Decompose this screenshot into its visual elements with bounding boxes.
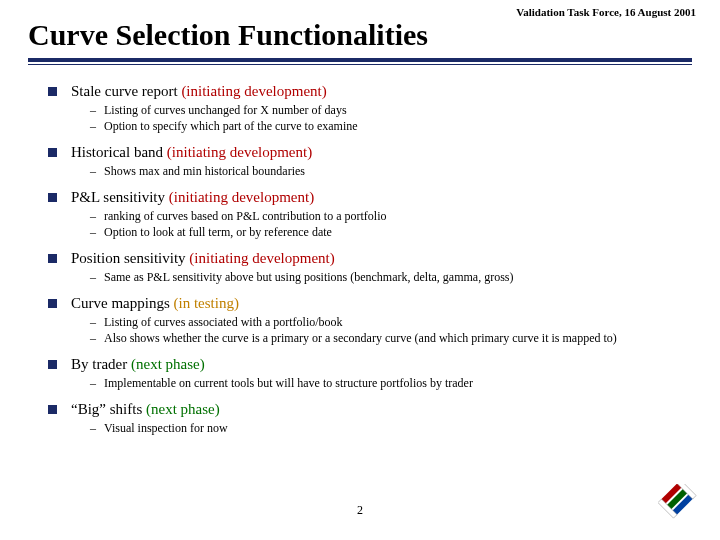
dash-icon: – — [90, 331, 104, 346]
bullet-row: Stale curve report (initiating developme… — [48, 83, 688, 100]
item-status: (initiating development) — [189, 250, 334, 266]
item-status: (initiating development) — [169, 189, 314, 205]
dash-icon: – — [90, 119, 104, 134]
sub-list: –Implementable on current tools but will… — [90, 376, 688, 391]
bullet-row: Position sensitivity (initiating develop… — [48, 250, 688, 267]
sub-list: –Listing of curves associated with a por… — [90, 315, 688, 346]
dash-icon: – — [90, 376, 104, 391]
bullet-row: P&L sensitivity (initiating development) — [48, 189, 688, 206]
dash-icon: – — [90, 164, 104, 179]
dash-icon: – — [90, 103, 104, 118]
dash-icon: – — [90, 225, 104, 240]
item-label: Stale curve report — [71, 83, 181, 99]
bullet-row: “Big” shifts (next phase) — [48, 401, 688, 418]
sub-item: –Listing of curves unchanged for X numbe… — [90, 103, 688, 118]
dash-icon: – — [90, 421, 104, 436]
item-text: “Big” shifts (next phase) — [71, 401, 220, 418]
item-text: Position sensitivity (initiating develop… — [71, 250, 335, 267]
list-item: Historical band (initiating development)… — [48, 144, 688, 179]
list-item: By trader (next phase)–Implementable on … — [48, 356, 688, 391]
item-label: “Big” shifts — [71, 401, 146, 417]
item-label: Position sensitivity — [71, 250, 189, 266]
content-area: Stale curve report (initiating developme… — [28, 83, 692, 436]
square-bullet-icon — [48, 254, 57, 263]
sub-item: –Listing of curves associated with a por… — [90, 315, 688, 330]
bullet-row: By trader (next phase) — [48, 356, 688, 373]
slide-title: Curve Selection Functionalities — [28, 18, 692, 52]
dash-icon: – — [90, 209, 104, 224]
square-bullet-icon — [48, 148, 57, 157]
page-number: 2 — [0, 503, 720, 518]
sub-item: –Also shows whether the curve is a prima… — [90, 331, 688, 346]
list-item: P&L sensitivity (initiating development)… — [48, 189, 688, 240]
item-status: (initiating development) — [167, 144, 312, 160]
sub-item: –Same as P&L sensitivity above but using… — [90, 270, 688, 285]
sub-item-text: Shows max and min historical boundaries — [104, 164, 305, 179]
slide: Validation Task Force, 16 August 2001 Cu… — [0, 0, 720, 540]
item-label: P&L sensitivity — [71, 189, 169, 205]
sub-list: –Visual inspection for now — [90, 421, 688, 436]
sub-item: –Option to specify which part of the cur… — [90, 119, 688, 134]
list-item: Curve mappings (in testing)–Listing of c… — [48, 295, 688, 346]
item-text: Historical band (initiating development) — [71, 144, 312, 161]
sub-item-text: ranking of curves based on P&L contribut… — [104, 209, 387, 224]
sub-item-text: Implementable on current tools but will … — [104, 376, 473, 391]
item-status: (next phase) — [146, 401, 220, 417]
item-label: Historical band — [71, 144, 167, 160]
logo-icon — [658, 484, 706, 528]
sub-item-text: Option to specify which part of the curv… — [104, 119, 358, 134]
item-text: Curve mappings (in testing) — [71, 295, 239, 312]
sub-item: –Visual inspection for now — [90, 421, 688, 436]
bullet-row: Curve mappings (in testing) — [48, 295, 688, 312]
list-item: Stale curve report (initiating developme… — [48, 83, 688, 134]
item-status: (initiating development) — [181, 83, 326, 99]
sub-item: –Implementable on current tools but will… — [90, 376, 688, 391]
title-rule — [28, 58, 692, 65]
square-bullet-icon — [48, 360, 57, 369]
sub-list: –Shows max and min historical boundaries — [90, 164, 688, 179]
sub-item-text: Also shows whether the curve is a primar… — [104, 331, 617, 346]
sub-item-text: Same as P&L sensitivity above but using … — [104, 270, 514, 285]
square-bullet-icon — [48, 193, 57, 202]
item-text: P&L sensitivity (initiating development) — [71, 189, 314, 206]
list-item: “Big” shifts (next phase)–Visual inspect… — [48, 401, 688, 436]
sub-list: –Same as P&L sensitivity above but using… — [90, 270, 688, 285]
square-bullet-icon — [48, 299, 57, 308]
sub-item: –Option to look at full term, or by refe… — [90, 225, 688, 240]
sub-item-text: Option to look at full term, or by refer… — [104, 225, 332, 240]
dash-icon: – — [90, 270, 104, 285]
item-status: (next phase) — [131, 356, 205, 372]
sub-item-text: Listing of curves associated with a port… — [104, 315, 343, 330]
bullet-row: Historical band (initiating development) — [48, 144, 688, 161]
sub-item-text: Visual inspection for now — [104, 421, 228, 436]
header-date: Validation Task Force, 16 August 2001 — [516, 6, 696, 18]
sub-item: –ranking of curves based on P&L contribu… — [90, 209, 688, 224]
sub-item-text: Listing of curves unchanged for X number… — [104, 103, 347, 118]
list-item: Position sensitivity (initiating develop… — [48, 250, 688, 285]
sub-list: –Listing of curves unchanged for X numbe… — [90, 103, 688, 134]
dash-icon: – — [90, 315, 104, 330]
square-bullet-icon — [48, 87, 57, 96]
item-status: (in testing) — [174, 295, 239, 311]
item-label: Curve mappings — [71, 295, 174, 311]
sub-list: –ranking of curves based on P&L contribu… — [90, 209, 688, 240]
item-text: By trader (next phase) — [71, 356, 205, 373]
item-text: Stale curve report (initiating developme… — [71, 83, 327, 100]
item-label: By trader — [71, 356, 131, 372]
sub-item: –Shows max and min historical boundaries — [90, 164, 688, 179]
square-bullet-icon — [48, 405, 57, 414]
